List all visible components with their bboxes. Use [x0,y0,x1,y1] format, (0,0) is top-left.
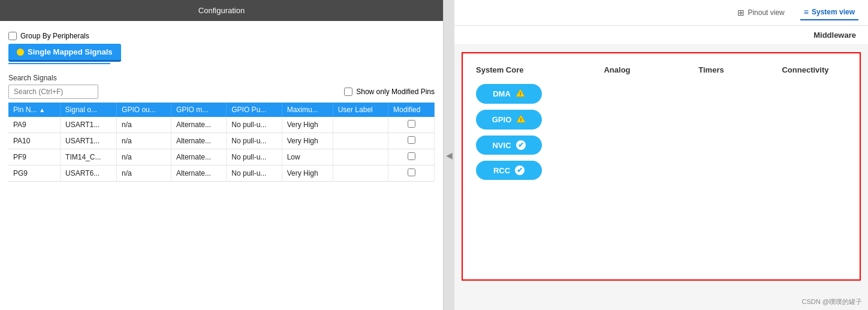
table-cell: n/a [117,165,171,182]
single-mapped-tab[interactable]: Single Mapped Signals [8,44,121,62]
system-view-icon: ≡ [804,7,809,17]
group-by-row: Group By Peripherals [8,27,435,44]
search-section: Search Signals Show only Modified Pins [0,68,443,103]
tab-dot-icon [17,49,24,56]
table-row[interactable]: PF9TIM14_C...n/aAlternate...No pull-u...… [8,149,435,165]
component-button-dma[interactable]: DMA! [476,84,542,104]
pinout-view-icon: ⊞ [737,8,745,17]
system-view-label: System view [812,8,855,16]
component-button-gpio[interactable]: GPIO! [476,110,542,130]
table-cell [388,133,435,149]
middleware-label: Middleware [813,31,856,40]
system-view-btn[interactable]: ≡ System view [800,5,858,20]
system-view-area: System Core Analog Timers Connectivity D… [454,45,868,294]
table-cell: PG9 [8,165,61,182]
col-pin[interactable]: Pin N... ▲ [8,103,61,117]
table-cell: n/a [117,133,171,149]
middleware-bar: Middleware [454,26,868,45]
config-section: Group By Peripherals Single Mapped Signa… [0,21,443,68]
modified-checkbox[interactable] [408,120,415,128]
table-cell: Very High [282,117,333,133]
cat-analog: Analog [570,65,664,74]
search-row: Show only Modified Pins [8,85,435,99]
footer-credit: CSDN @噗噗的罐子 [454,294,868,310]
table-cell: No pull-u... [227,165,282,182]
warning-icon: ! [516,115,526,125]
col-user-label[interactable]: User Label [333,103,388,117]
cat-connectivity: Connectivity [758,65,852,74]
table-cell [333,133,388,149]
table-row[interactable]: PA10USART1...n/aAlternate...No pull-u...… [8,133,435,149]
component-button-rcc[interactable]: RCC✔ [476,161,542,180]
modified-checkbox[interactable] [408,136,415,144]
comp-name-label: RCC [493,166,510,175]
panel-divider[interactable]: ◀ [444,0,454,310]
cat-system-core: System Core [470,65,570,74]
table-cell [333,149,388,165]
search-input[interactable] [8,85,98,99]
pinout-view-btn[interactable]: ⊞ Pinout view [734,5,788,20]
col-gpio-out[interactable]: GPIO ou... [117,103,171,117]
right-panel: ⊞ Pinout view ≡ System view Middleware S… [454,0,868,310]
table-cell: Alternate... [171,149,226,165]
table-cell: Low [282,149,333,165]
table-cell: USART1... [61,117,117,133]
table-cell: No pull-u... [227,133,282,149]
check-icon: ✔ [515,165,525,175]
table-cell [388,165,435,182]
category-headers: System Core Analog Timers Connectivity [470,61,852,82]
cat-timers: Timers [664,65,758,74]
system-core-box: System Core Analog Timers Connectivity D… [462,52,861,281]
tab-label: Single Mapped Signals [28,47,113,56]
table-cell: No pull-u... [227,117,282,133]
table-cell: USART1... [61,133,117,149]
col-modified[interactable]: Modified [388,103,435,117]
table-cell: PF9 [8,149,61,165]
modified-pins-checkbox[interactable] [344,88,352,96]
col-gpio-pu[interactable]: GPIO Pu... [227,103,282,117]
table-cell: PA9 [8,117,61,133]
group-by-checkbox[interactable] [8,32,17,40]
table-cell: Very High [282,133,333,149]
table-cell [333,117,388,133]
header-title: Configuration [198,6,245,15]
comp-name-label: GPIO [492,115,512,124]
modified-checkbox[interactable] [408,152,415,160]
table-cell: Alternate... [171,117,226,133]
col-gpio-m[interactable]: GPIO m... [171,103,226,117]
pinout-view-label: Pinout view [748,8,784,17]
component-buttons: DMA!GPIO!NVIC✔RCC✔ [470,82,852,182]
table-cell [333,165,388,182]
table-cell: n/a [117,149,171,165]
table-cell: USART6... [61,165,117,182]
right-content: Middleware System Core Analog Timers Con… [454,26,868,310]
component-button-nvic[interactable]: NVIC✔ [476,136,542,155]
modified-pins-label: Show only Modified Pins [356,88,435,96]
col-max[interactable]: Maximu... [282,103,333,117]
modified-checkbox[interactable] [408,168,415,176]
table-cell: PA10 [8,133,61,149]
table-cell: Very High [282,165,333,182]
table-row[interactable]: PA9USART1...n/aAlternate...No pull-u...V… [8,117,435,133]
tab-underline [8,63,110,64]
right-header: ⊞ Pinout view ≡ System view [454,0,868,26]
signals-table: Pin N... ▲ Signal o... GPIO ou... GPIO m… [8,103,435,182]
modified-check-row: Show only Modified Pins [344,88,435,96]
table-cell: No pull-u... [227,149,282,165]
comp-name-label: DMA [493,89,511,98]
col-signal[interactable]: Signal o... [61,103,117,117]
sort-arrow-icon: ▲ [39,107,45,113]
warning-icon: ! [516,89,525,99]
svg-text:!: ! [520,117,522,122]
check-icon: ✔ [516,140,526,150]
table-cell [388,149,435,165]
svg-text:!: ! [519,91,521,97]
group-by-label: Group By Peripherals [20,32,89,40]
search-label: Search Signals [8,74,435,82]
table-cell: Alternate... [171,165,226,182]
table-cell: n/a [117,117,171,133]
table-cell: Alternate... [171,133,226,149]
left-panel: Configuration Group By Peripherals Singl… [0,0,444,310]
table-row[interactable]: PG9USART6...n/aAlternate...No pull-u...V… [8,165,435,182]
panel-header: Configuration [0,0,443,21]
